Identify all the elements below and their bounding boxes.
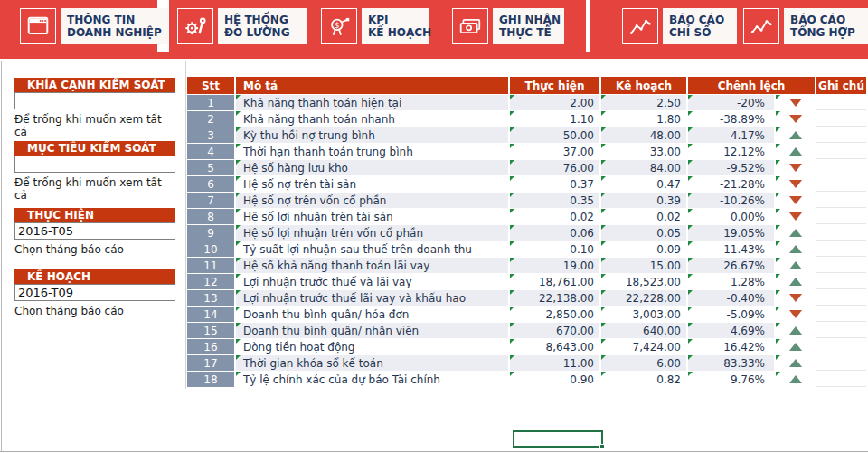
description-cell[interactable]: Doanh thu bình quân/ hóa đơn: [236, 307, 508, 322]
row-number-cell[interactable]: 18: [187, 372, 234, 387]
note-cell[interactable]: [816, 372, 866, 387]
description-cell[interactable]: Kỳ thu hồi nợ trung bình: [236, 127, 508, 143]
description-cell[interactable]: Hệ số nợ trên tài sản: [236, 176, 508, 192]
note-cell[interactable]: [816, 241, 866, 257]
note-cell[interactable]: [816, 176, 866, 192]
index-report-button[interactable]: BÁO CÁO CHỈ SỐ: [622, 8, 737, 44]
diff-percent-cell[interactable]: -38.89%: [688, 111, 774, 127]
row-number-cell[interactable]: 10: [187, 241, 234, 257]
actual-value-cell[interactable]: 0.90: [510, 372, 599, 387]
row-number-cell[interactable]: 2: [187, 111, 234, 127]
description-cell[interactable]: Thời gian khóa sổ kế toán: [236, 355, 508, 371]
note-cell[interactable]: [816, 323, 866, 338]
row-number-cell[interactable]: 13: [187, 290, 234, 306]
note-cell[interactable]: [816, 290, 866, 306]
note-cell[interactable]: [816, 111, 866, 127]
row-number-cell[interactable]: 1: [187, 95, 234, 110]
actual-value-cell[interactable]: 19.00: [510, 258, 599, 273]
row-number-cell[interactable]: 7: [187, 193, 234, 208]
row-number-cell[interactable]: 4: [187, 144, 234, 159]
plan-value-cell[interactable]: 640.00: [601, 323, 686, 338]
company-info-button[interactable]: THÔNG TIN DOANH NGHIỆP: [20, 8, 168, 44]
plan-value-cell[interactable]: 3,003.00: [601, 307, 686, 322]
description-cell[interactable]: Tỷ suất lợi nhuận sau thuế trên doanh th…: [236, 241, 508, 257]
diff-percent-cell[interactable]: -5.09%: [688, 307, 774, 322]
description-cell[interactable]: Lợi nhuận trước thuế và lãi vay: [236, 274, 508, 289]
plan-value-cell[interactable]: 84.00: [601, 160, 686, 175]
diff-percent-cell[interactable]: 11.43%: [688, 241, 774, 257]
diff-percent-cell[interactable]: 4.17%: [688, 127, 774, 143]
fill-handle[interactable]: [599, 444, 605, 449]
actual-value-cell[interactable]: 22,138.00: [510, 290, 599, 306]
description-cell[interactable]: Tỷ lệ chính xác của dự báo Tài chính: [236, 372, 508, 387]
note-cell[interactable]: [816, 274, 866, 289]
plan-value-cell[interactable]: 18,523.00: [601, 274, 686, 289]
diff-percent-cell[interactable]: 9.76%: [688, 372, 774, 387]
description-cell[interactable]: Hệ số lợi nhuận trên vốn cổ phần: [236, 225, 508, 241]
aspect-filter-input[interactable]: [14, 92, 175, 109]
plan-value-cell[interactable]: 0.02: [601, 209, 686, 224]
note-cell[interactable]: [816, 355, 866, 371]
actual-value-cell[interactable]: 50.00: [510, 127, 599, 143]
diff-percent-cell[interactable]: -21.28%: [688, 176, 774, 192]
diff-percent-cell[interactable]: -10.26%: [688, 193, 774, 208]
row-number-cell[interactable]: 16: [187, 339, 234, 354]
description-cell[interactable]: Hệ số nợ trên vốn cổ phần: [236, 193, 508, 208]
description-cell[interactable]: Hệ số khả năng thanh toán lãi vay: [236, 258, 508, 273]
plan-value-cell[interactable]: 15.00: [601, 258, 686, 273]
actual-value-cell[interactable]: 1.10: [510, 111, 599, 127]
row-number-cell[interactable]: 14: [187, 307, 234, 322]
plan-value-cell[interactable]: 33.00: [601, 144, 686, 159]
note-cell[interactable]: [816, 307, 866, 322]
note-cell[interactable]: [816, 209, 866, 224]
plan-value-cell[interactable]: 0.39: [601, 193, 686, 208]
plan-value-cell[interactable]: 22,228.00: [601, 290, 686, 306]
row-number-cell[interactable]: 11: [187, 258, 234, 273]
actual-value-cell[interactable]: 2,850.00: [510, 307, 599, 322]
diff-percent-cell[interactable]: 26.67%: [688, 258, 774, 273]
row-number-cell[interactable]: 6: [187, 176, 234, 192]
row-number-cell[interactable]: 3: [187, 127, 234, 143]
actual-record-button[interactable]: GHI NHẬN THỰC TẾ: [452, 8, 564, 44]
actual-value-cell[interactable]: 0.37: [510, 176, 599, 192]
note-cell[interactable]: [816, 144, 866, 159]
row-number-cell[interactable]: 12: [187, 274, 234, 289]
actual-value-cell[interactable]: 8,643.00: [510, 339, 599, 354]
actual-value-cell[interactable]: 11.00: [510, 355, 599, 371]
note-cell[interactable]: [816, 258, 866, 273]
note-cell[interactable]: [816, 339, 866, 354]
row-number-cell[interactable]: 5: [187, 160, 234, 175]
diff-percent-cell[interactable]: 0.00%: [688, 209, 774, 224]
plan-value-cell[interactable]: 6.00: [601, 355, 686, 371]
description-cell[interactable]: Hệ số hàng lưu kho: [236, 160, 508, 175]
row-number-cell[interactable]: 9: [187, 225, 234, 241]
diff-percent-cell[interactable]: 12.12%: [688, 144, 774, 159]
summary-report-button[interactable]: BÁO CÁO TỔNG HỢP: [743, 8, 868, 44]
actual-value-cell[interactable]: 0.02: [510, 209, 599, 224]
kpi-plan-button[interactable]: $ KPI KẾ HOẠCH: [321, 8, 429, 44]
description-cell[interactable]: Dòng tiền hoạt động: [236, 339, 508, 354]
row-number-cell[interactable]: 8: [187, 209, 234, 224]
plan-value-cell[interactable]: 48.00: [601, 127, 686, 143]
plan-value-cell[interactable]: 2.50: [601, 95, 686, 110]
actual-value-cell[interactable]: 0.06: [510, 225, 599, 241]
note-cell[interactable]: [816, 127, 866, 143]
description-cell[interactable]: Hệ số lợi nhuận trên tài sản: [236, 209, 508, 224]
selected-cell-outline[interactable]: [513, 430, 603, 448]
row-number-cell[interactable]: 17: [187, 355, 234, 371]
diff-percent-cell[interactable]: -9.52%: [688, 160, 774, 175]
actual-value-cell[interactable]: 0.10: [510, 241, 599, 257]
plan-value-cell[interactable]: 0.09: [601, 241, 686, 257]
actual-value-cell[interactable]: 670.00: [510, 323, 599, 338]
measurement-system-button[interactable]: HỆ THỐNG ĐO LƯỜNG: [177, 8, 307, 44]
diff-percent-cell[interactable]: 16.42%: [688, 339, 774, 354]
note-cell[interactable]: [816, 193, 866, 208]
diff-percent-cell[interactable]: 19.05%: [688, 225, 774, 241]
note-cell[interactable]: [816, 95, 866, 110]
plan-value-cell[interactable]: 1.80: [601, 111, 686, 127]
description-cell[interactable]: Khả năng thanh toán hiện tại: [236, 95, 508, 110]
note-cell[interactable]: [816, 160, 866, 175]
diff-percent-cell[interactable]: 4.69%: [688, 323, 774, 338]
plan-value-cell[interactable]: 0.05: [601, 225, 686, 241]
plan-value-cell[interactable]: 0.82: [601, 372, 686, 387]
